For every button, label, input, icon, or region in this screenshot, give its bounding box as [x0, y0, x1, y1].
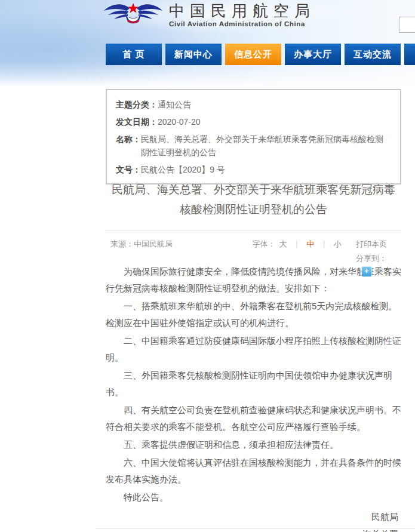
nav-item-interaction[interactable]: 互动交流: [345, 44, 401, 65]
source-row: 来源：中国民航局 字体： 大 ｜ 中 ｜ 小 打印本页: [106, 239, 401, 250]
main-nav: 首 页 新闻中心 信息公开 办事大厅 互动交流: [106, 44, 415, 65]
meta-label: 名称：: [116, 133, 141, 159]
meta-label: 主题分类：: [116, 98, 158, 111]
page: 中国民用航空局 Civil Aviation Administration of…: [0, 0, 415, 532]
search-input[interactable]: [399, 17, 415, 33]
bottom-divider: [96, 528, 415, 528]
font-size-tools: 字体： 大 ｜ 中 ｜ 小 打印本页: [253, 239, 401, 250]
signature-block: 民航局 海关总署 外交部 2020年7月20日: [106, 508, 403, 532]
article-title: 民航局、海关总署、外交部关于来华航班乘客凭新冠病毒 核酸检测阴性证明登机的公告: [106, 180, 401, 219]
site-name-en: Civil Aviation Administration of China: [169, 20, 315, 27]
meta-row-category: 主题分类： 通知公告: [116, 98, 391, 111]
meta-value: 通知公告: [158, 98, 191, 111]
meta-value: 民航公告【2020】9 号: [141, 163, 225, 176]
share-label: 分享到：: [106, 253, 401, 264]
meta-row-doc-number: 文号： 民航公告【2020】9 号: [116, 163, 391, 176]
paragraph: 三、外国籍乘客凭核酸检测阴性证明向中国使领馆申办健康状况声明书。: [106, 367, 403, 401]
site-title-block: 中国民用航空局 Civil Aviation Administration of…: [169, 3, 315, 27]
meta-label: 发文日期：: [116, 115, 158, 128]
meta-row-date: 发文日期： 2020-07-20: [116, 115, 391, 128]
paragraph: 六、中国大使馆将认真评估驻在国核酸检测能力，并在具备条件的时候发布具体实施办法。: [106, 454, 403, 488]
signature-caac: 民航局: [106, 508, 403, 525]
site-brand: 中国民用航空局 Civil Aviation Administration of…: [103, 1, 315, 27]
nav-item-service-hall[interactable]: 办事大厅: [285, 44, 341, 65]
print-page-link[interactable]: 打印本页: [356, 239, 387, 250]
paragraph: 为确保国际旅行健康安全，降低疫情跨境传播风险，对来华航班乘客实行凭新冠病毒核酸检…: [106, 263, 403, 297]
article-title-line1: 民航局、海关总署、外交部关于来华航班乘客凭新冠病毒: [106, 180, 401, 199]
paragraph: 二、中国籍乘客通过防疫健康码国际版小程序拍照上传核酸检测阴性证明。: [106, 333, 403, 366]
font-size-large-link[interactable]: 大: [279, 239, 287, 250]
paragraph: 四、有关航空公司负责在登机前查验健康码状态和健康状况声明书。不符合相关要求的乘客…: [106, 402, 403, 435]
signature-customs: 海关总署: [106, 525, 403, 532]
paragraph: 一、搭乘航班来华航班的中、外籍乘客在登机前5天内完成核酸检测。检测应在中国驻外使…: [106, 298, 403, 331]
meta-value: 2020-07-20: [158, 115, 201, 128]
nav-item-info-disclosure[interactable]: 信息公开: [225, 44, 281, 65]
paragraph: 五、乘客提供虚假证明和信息，须承担相应法律责任。: [106, 436, 403, 453]
article-body: 为确保国际旅行健康安全，降低疫情跨境传播风险，对来华航班乘客实行凭新冠病毒核酸检…: [106, 263, 403, 532]
meta-label: 文号：: [116, 163, 141, 176]
nav-item-news[interactable]: 新闻中心: [165, 44, 222, 65]
article-source: 来源：中国民航局: [106, 239, 173, 250]
meta-row-name: 名称： 民航局、海关总署、外交部关于来华航班乘客凭新冠病毒核酸检测阴性证明登机的…: [116, 133, 391, 159]
article-title-line2: 核酸检测阴性证明登机的公告: [106, 199, 401, 219]
document-meta-box: 主题分类： 通知公告 发文日期： 2020-07-20 名称： 民航局、海关总署…: [106, 89, 401, 184]
font-size-small-link[interactable]: 小: [334, 239, 342, 250]
caac-wings-logo-icon: [103, 1, 163, 27]
title-divider: [106, 230, 401, 231]
nav-item-home[interactable]: 首 页: [106, 44, 162, 65]
meta-value: 民航局、海关总署、外交部关于来华航班乘客凭新冠病毒核酸检测阴性证明登机的公告: [141, 133, 391, 159]
separator: ｜: [293, 239, 301, 250]
annotate-plus-icon[interactable]: +: [361, 266, 372, 277]
nav-item-cutoff[interactable]: [404, 44, 415, 65]
separator: ｜: [320, 239, 328, 250]
paragraph: 特此公告。: [106, 489, 403, 506]
font-size-label: 字体：: [253, 239, 276, 250]
site-name-cn: 中国民用航空局: [169, 3, 315, 19]
font-size-medium-link[interactable]: 中: [306, 239, 314, 250]
